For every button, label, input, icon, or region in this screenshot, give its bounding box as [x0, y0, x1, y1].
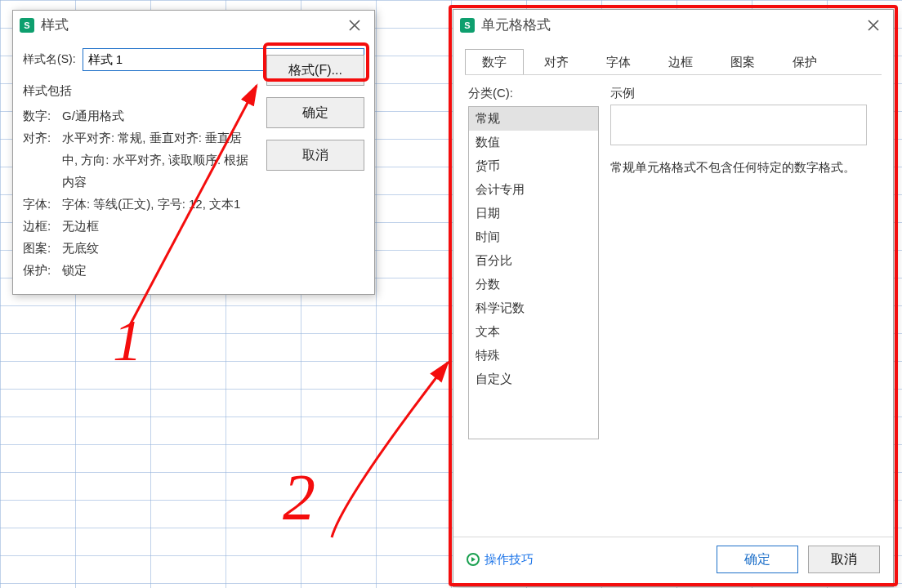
cell-format-titlebar: S 单元格格式	[453, 10, 893, 41]
cancel-button[interactable]: 取消	[808, 546, 880, 573]
tab-border[interactable]: 边框	[651, 49, 710, 75]
style-dialog-title: 样式	[41, 16, 342, 34]
style-row-protect: 保护: 锁定	[23, 259, 252, 281]
close-icon[interactable]	[860, 16, 886, 35]
format-button[interactable]: 格式(F)...	[266, 55, 364, 86]
category-item-percent[interactable]: 百分比	[469, 249, 598, 273]
tab-pattern[interactable]: 图案	[713, 49, 772, 75]
annotation-number-1: 1	[113, 307, 142, 375]
tab-align[interactable]: 对齐	[527, 49, 586, 75]
ok-button[interactable]: 确定	[266, 97, 364, 128]
category-item-scientific[interactable]: 科学记数	[469, 296, 598, 320]
category-item-custom[interactable]: 自定义	[469, 368, 598, 391]
category-item-general[interactable]: 常规	[469, 107, 598, 131]
category-item-time[interactable]: 时间	[469, 225, 598, 249]
cell-format-footer: 操作技巧 确定 取消	[453, 537, 893, 581]
category-item-number[interactable]: 数值	[469, 131, 598, 154]
style-row-pattern: 图案: 无底纹	[23, 237, 252, 259]
category-description: 常规单元格格式不包含任何特定的数字格式。	[610, 157, 855, 178]
category-item-fraction[interactable]: 分数	[469, 273, 598, 296]
app-icon: S	[20, 18, 34, 33]
example-label: 示例	[610, 86, 878, 101]
style-name-label: 样式名(S):	[23, 52, 76, 67]
category-list[interactable]: 常规 数值 货币 会计专用 日期 时间 百分比 分数 科学记数 文本 特殊 自定…	[468, 106, 599, 439]
category-item-text[interactable]: 文本	[469, 320, 598, 344]
annotation-number-2: 2	[283, 461, 315, 535]
tab-font[interactable]: 字体	[589, 49, 648, 75]
cell-format-dialog-title: 单元格格式	[481, 16, 860, 34]
category-label: 分类(C):	[468, 86, 599, 101]
ok-button[interactable]: 确定	[717, 546, 798, 573]
category-item-accounting[interactable]: 会计专用	[469, 178, 598, 202]
style-dialog: S 样式 样式名(S): 样式包括 数字: G/通用格式 对齐: 水平对齐: 常…	[12, 10, 375, 295]
tips-link-label: 操作技巧	[484, 552, 534, 568]
tab-protect[interactable]: 保护	[775, 49, 834, 75]
close-icon[interactable]	[342, 16, 368, 35]
style-dialog-titlebar: S 样式	[13, 11, 374, 40]
style-row-number: 数字: G/通用格式	[23, 105, 252, 127]
style-includes-label: 样式包括	[23, 79, 252, 101]
cell-format-dialog: S 单元格格式 数字 对齐 字体 边框 图案 保护 分类(C): 常规 数值 货…	[453, 9, 894, 587]
cancel-button[interactable]: 取消	[266, 140, 364, 171]
example-box	[610, 105, 867, 145]
category-item-special[interactable]: 特殊	[469, 344, 598, 368]
tab-number[interactable]: 数字	[465, 49, 524, 75]
app-icon: S	[460, 18, 475, 33]
category-item-date[interactable]: 日期	[469, 202, 598, 225]
style-row-align: 对齐: 水平对齐: 常规, 垂直对齐: 垂直居中, 方向: 水平对齐, 读取顺序…	[23, 127, 252, 193]
category-item-currency[interactable]: 货币	[469, 154, 598, 178]
tips-link[interactable]: 操作技巧	[467, 552, 534, 568]
cell-format-tabs: 数字 对齐 字体 边框 图案 保护	[453, 41, 893, 75]
play-icon	[467, 553, 480, 566]
style-row-border: 边框: 无边框	[23, 215, 252, 237]
style-row-font: 字体: 字体: 等线(正文), 字号: 12, 文本1	[23, 193, 252, 215]
